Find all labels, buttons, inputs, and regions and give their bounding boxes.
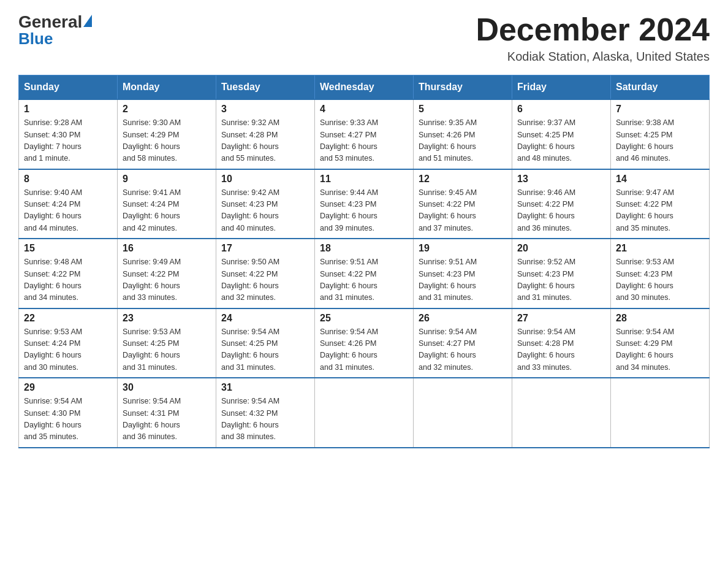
day-number: 30 <box>123 382 211 393</box>
day-info: Sunrise: 9:51 AMSunset: 4:22 PMDaylight:… <box>320 256 408 304</box>
calendar-cell: 26 Sunrise: 9:54 AMSunset: 4:27 PMDaylig… <box>414 308 512 378</box>
day-info: Sunrise: 9:54 AMSunset: 4:27 PMDaylight:… <box>419 326 507 374</box>
calendar-cell: 22 Sunrise: 9:53 AMSunset: 4:24 PMDaylig… <box>19 308 118 378</box>
calendar-cell: 2 Sunrise: 9:30 AMSunset: 4:29 PMDayligh… <box>118 99 216 169</box>
day-info: Sunrise: 9:38 AMSunset: 4:25 PMDaylight:… <box>616 117 704 165</box>
calendar-week-row: 29 Sunrise: 9:54 AMSunset: 4:30 PMDaylig… <box>19 378 710 448</box>
day-number: 12 <box>419 174 507 185</box>
day-info: Sunrise: 9:51 AMSunset: 4:23 PMDaylight:… <box>419 256 507 304</box>
calendar-cell: 9 Sunrise: 9:41 AMSunset: 4:24 PMDayligh… <box>118 169 216 239</box>
calendar-cell: 28 Sunrise: 9:54 AMSunset: 4:29 PMDaylig… <box>611 308 710 378</box>
calendar-cell: 12 Sunrise: 9:45 AMSunset: 4:22 PMDaylig… <box>414 169 512 239</box>
day-info: Sunrise: 9:47 AMSunset: 4:22 PMDaylight:… <box>616 187 704 235</box>
day-number: 3 <box>221 104 309 115</box>
title-area: December 2024 Kodiak Station, Alaska, Un… <box>476 12 710 64</box>
calendar-week-row: 22 Sunrise: 9:53 AMSunset: 4:24 PMDaylig… <box>19 308 710 378</box>
day-info: Sunrise: 9:54 AMSunset: 4:32 PMDaylight:… <box>221 396 309 443</box>
month-title: December 2024 <box>476 12 710 47</box>
day-number: 13 <box>517 174 605 185</box>
day-number: 8 <box>24 174 112 185</box>
day-number: 10 <box>221 174 309 185</box>
day-info: Sunrise: 9:50 AMSunset: 4:22 PMDaylight:… <box>221 256 309 304</box>
day-info: Sunrise: 9:44 AMSunset: 4:23 PMDaylight:… <box>320 187 408 235</box>
day-info: Sunrise: 9:42 AMSunset: 4:23 PMDaylight:… <box>221 187 309 235</box>
calendar-week-row: 15 Sunrise: 9:48 AMSunset: 4:22 PMDaylig… <box>19 239 710 308</box>
day-info: Sunrise: 9:48 AMSunset: 4:22 PMDaylight:… <box>24 256 112 304</box>
day-info: Sunrise: 9:32 AMSunset: 4:28 PMDaylight:… <box>221 117 309 165</box>
day-number: 17 <box>221 243 309 254</box>
day-info: Sunrise: 9:40 AMSunset: 4:24 PMDaylight:… <box>24 187 112 235</box>
calendar-cell: 27 Sunrise: 9:54 AMSunset: 4:28 PMDaylig… <box>512 308 611 378</box>
day-number: 28 <box>616 313 704 324</box>
day-info: Sunrise: 9:49 AMSunset: 4:22 PMDaylight:… <box>123 256 211 304</box>
logo-blue-text: Blue <box>18 29 53 48</box>
day-number: 18 <box>320 243 408 254</box>
day-number: 24 <box>221 313 309 324</box>
day-number: 11 <box>320 174 408 185</box>
day-info: Sunrise: 9:35 AMSunset: 4:26 PMDaylight:… <box>419 117 507 165</box>
calendar-header-friday: Friday <box>512 75 611 100</box>
day-number: 2 <box>123 104 211 115</box>
day-info: Sunrise: 9:28 AMSunset: 4:30 PMDaylight:… <box>24 117 112 165</box>
calendar-cell: 24 Sunrise: 9:54 AMSunset: 4:25 PMDaylig… <box>216 308 315 378</box>
logo-triangle-icon <box>83 15 92 27</box>
calendar-cell: 14 Sunrise: 9:47 AMSunset: 4:22 PMDaylig… <box>611 169 710 239</box>
calendar-cell: 18 Sunrise: 9:51 AMSunset: 4:22 PMDaylig… <box>315 239 414 308</box>
day-number: 14 <box>616 174 704 185</box>
calendar-header-row: SundayMondayTuesdayWednesdayThursdayFrid… <box>19 75 710 100</box>
calendar-cell: 11 Sunrise: 9:44 AMSunset: 4:23 PMDaylig… <box>315 169 414 239</box>
calendar-header-tuesday: Tuesday <box>216 75 315 100</box>
day-number: 21 <box>616 243 704 254</box>
day-info: Sunrise: 9:54 AMSunset: 4:29 PMDaylight:… <box>616 326 704 374</box>
calendar-cell: 8 Sunrise: 9:40 AMSunset: 4:24 PMDayligh… <box>19 169 118 239</box>
day-number: 29 <box>24 382 112 393</box>
calendar-header-monday: Monday <box>118 75 216 100</box>
calendar-cell: 3 Sunrise: 9:32 AMSunset: 4:28 PMDayligh… <box>216 99 315 169</box>
day-info: Sunrise: 9:53 AMSunset: 4:25 PMDaylight:… <box>123 326 211 374</box>
location-subtitle: Kodiak Station, Alaska, United States <box>476 50 710 64</box>
day-info: Sunrise: 9:45 AMSunset: 4:22 PMDaylight:… <box>419 187 507 235</box>
day-info: Sunrise: 9:53 AMSunset: 4:24 PMDaylight:… <box>24 326 112 374</box>
calendar-cell: 10 Sunrise: 9:42 AMSunset: 4:23 PMDaylig… <box>216 169 315 239</box>
day-number: 5 <box>419 104 507 115</box>
calendar-header-wednesday: Wednesday <box>315 75 414 100</box>
day-number: 25 <box>320 313 408 324</box>
day-number: 26 <box>419 313 507 324</box>
day-number: 31 <box>221 382 309 393</box>
day-number: 15 <box>24 243 112 254</box>
calendar-cell: 5 Sunrise: 9:35 AMSunset: 4:26 PMDayligh… <box>414 99 512 169</box>
calendar-cell: 7 Sunrise: 9:38 AMSunset: 4:25 PMDayligh… <box>611 99 710 169</box>
day-info: Sunrise: 9:53 AMSunset: 4:23 PMDaylight:… <box>616 256 704 304</box>
calendar-cell <box>315 378 414 448</box>
calendar-week-row: 1 Sunrise: 9:28 AMSunset: 4:30 PMDayligh… <box>19 99 710 169</box>
day-number: 1 <box>24 104 112 115</box>
calendar-table: SundayMondayTuesdayWednesdayThursdayFrid… <box>18 75 710 448</box>
day-number: 9 <box>123 174 211 185</box>
calendar-cell: 31 Sunrise: 9:54 AMSunset: 4:32 PMDaylig… <box>216 378 315 448</box>
day-number: 20 <box>517 243 605 254</box>
calendar-cell: 20 Sunrise: 9:52 AMSunset: 4:23 PMDaylig… <box>512 239 611 308</box>
day-info: Sunrise: 9:37 AMSunset: 4:25 PMDaylight:… <box>517 117 605 165</box>
page-header: General Blue December 2024 Kodiak Statio… <box>18 12 710 64</box>
day-info: Sunrise: 9:54 AMSunset: 4:28 PMDaylight:… <box>517 326 605 374</box>
calendar-header-thursday: Thursday <box>414 75 512 100</box>
day-number: 27 <box>517 313 605 324</box>
calendar-week-row: 8 Sunrise: 9:40 AMSunset: 4:24 PMDayligh… <box>19 169 710 239</box>
calendar-header-sunday: Sunday <box>19 75 118 100</box>
calendar-cell: 17 Sunrise: 9:50 AMSunset: 4:22 PMDaylig… <box>216 239 315 308</box>
day-info: Sunrise: 9:54 AMSunset: 4:25 PMDaylight:… <box>221 326 309 374</box>
day-info: Sunrise: 9:54 AMSunset: 4:31 PMDaylight:… <box>123 396 211 443</box>
calendar-cell: 6 Sunrise: 9:37 AMSunset: 4:25 PMDayligh… <box>512 99 611 169</box>
day-info: Sunrise: 9:46 AMSunset: 4:22 PMDaylight:… <box>517 187 605 235</box>
calendar-cell: 29 Sunrise: 9:54 AMSunset: 4:30 PMDaylig… <box>19 378 118 448</box>
day-number: 16 <box>123 243 211 254</box>
day-number: 7 <box>616 104 704 115</box>
calendar-cell: 30 Sunrise: 9:54 AMSunset: 4:31 PMDaylig… <box>118 378 216 448</box>
day-info: Sunrise: 9:54 AMSunset: 4:26 PMDaylight:… <box>320 326 408 374</box>
day-info: Sunrise: 9:41 AMSunset: 4:24 PMDaylight:… <box>123 187 211 235</box>
calendar-cell: 16 Sunrise: 9:49 AMSunset: 4:22 PMDaylig… <box>118 239 216 308</box>
calendar-cell <box>414 378 512 448</box>
calendar-cell: 1 Sunrise: 9:28 AMSunset: 4:30 PMDayligh… <box>19 99 118 169</box>
day-number: 22 <box>24 313 112 324</box>
day-number: 23 <box>123 313 211 324</box>
